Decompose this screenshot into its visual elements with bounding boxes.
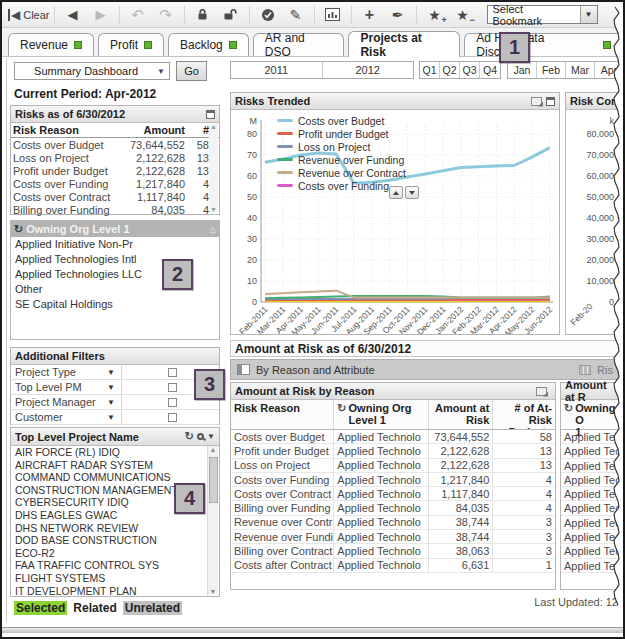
chevron-down-icon[interactable]: ▼	[107, 368, 121, 377]
table-row[interactable]: Applied Tec	[561, 501, 622, 515]
chevron-down-icon[interactable]: ▼	[107, 383, 121, 392]
remove-bookmark-button[interactable]: ★−	[449, 4, 477, 26]
list-item[interactable]: AIR FORCE (RL) IDIQ	[12, 446, 207, 459]
year-2012[interactable]: 2012	[323, 62, 414, 78]
list-item[interactable]: Applied Initiative Non-Pr	[11, 237, 219, 252]
unlock-button[interactable]	[217, 4, 245, 26]
table-row[interactable]: Billing over ContractApplied Technolo38,…	[231, 544, 555, 558]
project-list-scrollbar[interactable]: ▲ ▼	[207, 446, 218, 595]
export-icon[interactable]	[531, 97, 542, 106]
table-row[interactable]: Profit under BudgetApplied Technolo2,122…	[231, 444, 555, 458]
minimize-icon[interactable]	[546, 97, 555, 106]
top-level-pm-checkbox[interactable]	[168, 383, 177, 392]
chart-button[interactable]	[319, 4, 347, 26]
month-apr[interactable]: Apr	[595, 62, 624, 78]
chevron-down-icon[interactable]: ▼	[107, 398, 121, 407]
month-jan[interactable]: Jan	[508, 62, 537, 78]
redo-button[interactable]: ↷	[152, 4, 180, 26]
year-2011[interactable]: 2011	[231, 62, 323, 78]
table-row[interactable]: Applied Tec	[561, 487, 622, 501]
list-item[interactable]: FAA TRAFFIC CONTROL SYS	[12, 559, 207, 572]
forward-button[interactable]: ▶	[87, 4, 115, 26]
search-icon[interactable]	[197, 433, 204, 440]
table-row[interactable]: Costs over FundingApplied Technolo1,217,…	[231, 473, 555, 487]
confirm-button[interactable]	[254, 4, 282, 26]
clear-button[interactable]: ◀ Clear	[8, 4, 50, 26]
add-bookmark-button[interactable]: ★+	[421, 4, 449, 26]
tab-revenue[interactable]: Revenue	[8, 33, 94, 56]
quarter-q4[interactable]: Q4	[480, 62, 500, 78]
table-row[interactable]: Costs over BudgetApplied Technolo73,644,…	[231, 430, 555, 444]
month-mar[interactable]: Mar	[566, 62, 595, 78]
go-button[interactable]: Go	[176, 61, 207, 81]
list-item[interactable]: DHS NETWORK REVIEW	[12, 522, 207, 535]
column-header[interactable]: # of At-Risk Projects	[493, 400, 555, 429]
quarter-q3[interactable]: Q3	[460, 62, 480, 78]
list-item[interactable]: COMMAND COMMUNICATIONS	[12, 471, 207, 484]
table-row[interactable]: Applied Tec	[561, 444, 622, 458]
owning-org-header[interactable]: ↻ Owning Org Level 1 △	[11, 221, 219, 237]
tab-ad-hoc-data-discovery[interactable]: Ad Hoc Data Discovery	[464, 33, 623, 56]
tab-ar-and-dso[interactable]: AR and DSO	[253, 33, 345, 56]
back-button[interactable]: ◀	[59, 4, 87, 26]
tab-backlog[interactable]: Backlog	[168, 33, 249, 56]
by-reason-toggle-bar[interactable]: By Reason and Attribute Ris	[230, 359, 620, 380]
tab-profit[interactable]: Profit	[98, 33, 164, 56]
table-row[interactable]: Applied Tec	[561, 544, 622, 558]
table-row[interactable]: Billing over Funding84,0354	[11, 203, 219, 216]
table-row[interactable]: Revenue over FundingApplied Technolo38,7…	[231, 530, 555, 544]
quarter-q2[interactable]: Q2	[440, 62, 460, 78]
pen-button[interactable]: ✒	[384, 4, 412, 26]
list-item[interactable]: SE Capital Holdings	[11, 297, 219, 312]
list-item[interactable]: ECO-R2	[12, 547, 207, 560]
customer-checkbox[interactable]	[168, 413, 177, 422]
table-row[interactable]: Applied Tec	[561, 516, 622, 530]
chevron-down-icon[interactable]: ▼	[207, 432, 215, 441]
undo-button[interactable]: ↶	[124, 4, 152, 26]
table-row[interactable]: Costs over Budget73,644,55258	[11, 138, 219, 151]
filter-label[interactable]: Top Level PM	[11, 381, 107, 393]
export-icon[interactable]	[536, 387, 547, 396]
list-item[interactable]: IT DEVELOPMENT PLAN	[12, 585, 207, 595]
refresh-icon[interactable]: ↻	[185, 430, 194, 443]
table-row[interactable]: Applied Tec	[561, 473, 622, 487]
attribute-column-header[interactable]: ↻ Owning O1	[561, 400, 622, 430]
edit-button[interactable]: ✎	[282, 4, 310, 26]
table-row[interactable]: Applied Tec	[561, 559, 622, 573]
table-row[interactable]: Profit under Budget2,122,62813	[11, 164, 219, 177]
month-feb[interactable]: Feb	[537, 62, 566, 78]
column-header[interactable]: Risk Reason	[231, 400, 334, 429]
list-item[interactable]: DOD BASE CONSTRUCTION	[12, 534, 207, 547]
tab-projects-at-risk[interactable]: Projects at Risk	[348, 31, 460, 57]
table-row[interactable]: Applied Tec	[561, 530, 622, 544]
filter-label[interactable]: Project Type	[11, 366, 107, 378]
list-item[interactable]: FLIGHT SYSTEMS	[12, 572, 207, 585]
quarter-q1[interactable]: Q1	[420, 62, 440, 78]
filter-label[interactable]: Customer	[11, 411, 107, 423]
add-button[interactable]: +	[356, 4, 384, 26]
table-row[interactable]: Loss on ProjectApplied Technolo2,122,628…	[231, 459, 555, 473]
bookmark-select[interactable]: Select Bookmark ▼	[487, 5, 598, 24]
risks-scrollbar[interactable]: ▲▼	[209, 123, 218, 213]
table-row[interactable]: Applied Tec	[561, 459, 622, 473]
risk-button-label[interactable]: Ris	[597, 364, 613, 376]
table-row[interactable]: Revenue over ContractApplied Technolo38,…	[231, 516, 555, 530]
lock-button[interactable]	[189, 4, 217, 26]
table-row[interactable]: Costs after Contract EApplied Technolo6,…	[231, 559, 555, 573]
table-row[interactable]: Costs over Contract1,117,8404	[11, 190, 219, 203]
filter-label[interactable]: Project Manager	[11, 396, 107, 408]
project-manager-checkbox[interactable]	[168, 398, 177, 407]
minimize-icon[interactable]	[206, 110, 215, 119]
scroll-up-button[interactable]	[389, 186, 403, 199]
project-type-checkbox[interactable]	[168, 368, 177, 377]
list-item[interactable]: AIRCRAFT RADAR SYSTEM	[12, 459, 207, 472]
table-row[interactable]: Loss on Project2,122,62813	[11, 151, 219, 164]
table-row[interactable]: Applied Tec	[561, 430, 622, 444]
column-header[interactable]: Amount at Risk	[429, 400, 494, 429]
table-row[interactable]: Costs over ContractApplied Technolo1,117…	[231, 487, 555, 501]
column-header[interactable]: ↻Owning Org Level 1	[334, 400, 428, 429]
scroll-thumb[interactable]	[209, 457, 218, 503]
dashboard-select[interactable]: Summary Dashboard ▼	[14, 62, 170, 80]
table-row[interactable]: Billing over FundingApplied Technolo84,0…	[231, 501, 555, 515]
scroll-down-button[interactable]	[405, 186, 419, 199]
